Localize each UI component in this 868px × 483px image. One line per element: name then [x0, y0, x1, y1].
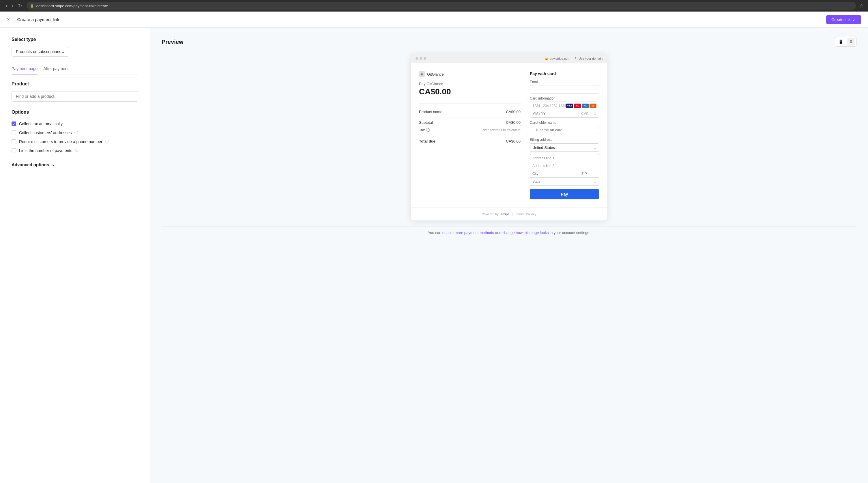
- dot-1: [415, 57, 418, 60]
- reload-button[interactable]: ↻: [17, 2, 23, 10]
- terms-link[interactable]: Terms: [515, 212, 523, 216]
- stripe-label: stripe: [501, 212, 509, 216]
- limit-payments-label: Limit the number of payments: [19, 148, 72, 153]
- country-select-wrapper: United States Canada United Kingdom: [530, 143, 599, 152]
- close-button[interactable]: ×: [7, 17, 10, 23]
- type-dropdown-value: Products or subscriptions: [16, 49, 61, 54]
- right-panel: Preview 📱 🖥 🔒 buy.stripe.com: [150, 28, 868, 483]
- state-wrapper: State California New York Texas: [530, 178, 599, 186]
- pay-amount: CA$0.00: [419, 87, 521, 96]
- advanced-options-toggle[interactable]: Advanced options ⌄: [11, 162, 55, 167]
- cardholder-name-input[interactable]: [530, 126, 599, 134]
- footer-divider: |: [512, 212, 513, 216]
- options-section: Options Collect tax automatically Collec…: [11, 110, 138, 155]
- card-info-box: 1234 1234 1234 1234 VISA MC AX DC: [530, 102, 599, 118]
- city-input[interactable]: [530, 170, 579, 178]
- zip-input[interactable]: [579, 170, 599, 178]
- address-line2-input[interactable]: [530, 162, 599, 170]
- bottom-text-before: You can: [428, 230, 442, 235]
- create-link-button[interactable]: Create link ✓: [826, 15, 861, 24]
- preview-domain-text: ↻ Use your domain: [575, 57, 602, 60]
- option-collect-tax: Collect tax automatically: [11, 120, 138, 128]
- address-line1-input[interactable]: [530, 154, 599, 162]
- preview-body: ▣ GitGlance Pay GitGlance CA$0.00 Produc…: [411, 63, 607, 207]
- change-page-looks-link[interactable]: change how this page looks: [502, 230, 549, 235]
- merchant-header: ▣ GitGlance: [419, 71, 521, 77]
- preview-footer: Powered by stripe | Terms Privacy: [411, 207, 607, 220]
- total-value: CA$0.00: [506, 139, 521, 143]
- country-select[interactable]: United States Canada United Kingdom: [530, 143, 599, 152]
- privacy-link[interactable]: Privacy: [526, 212, 536, 216]
- card-info-label: Card information: [530, 96, 599, 100]
- pay-label: Pay GitGlance: [419, 82, 521, 86]
- lock-icon: 🔒: [30, 4, 34, 8]
- card-icons: VISA MC AX DC: [566, 104, 596, 108]
- tab-after-payment[interactable]: After payment: [43, 63, 68, 74]
- collect-addresses-label: Collect customers' addresses: [19, 130, 71, 135]
- total-row: Total due CA$0.00: [419, 136, 521, 145]
- advanced-options-section: Advanced options ⌄: [11, 162, 138, 167]
- tax-label: Tax ⓘ: [419, 128, 430, 133]
- line-items: Product name CA$0.00 Subtotal CA$0.00 Ta…: [419, 103, 521, 145]
- collect-tax-checkbox[interactable]: [11, 122, 16, 126]
- mobile-preview-toggle[interactable]: 📱: [836, 38, 845, 45]
- left-panel: Select type Products or subscriptions ⌄ …: [0, 28, 150, 483]
- merchant-icon: ▣: [419, 71, 425, 77]
- visa-icon: VISA: [566, 104, 573, 108]
- page-title: Create a payment link: [17, 17, 59, 22]
- cvc-placeholder: CVC: [581, 112, 588, 116]
- bottom-text-between: and: [495, 230, 502, 235]
- preview-toggles: 📱 🖥: [835, 37, 857, 47]
- checkout-right: Pay with card Email Card information 123…: [530, 71, 599, 199]
- checkout-left: ▣ GitGlance Pay GitGlance CA$0.00 Produc…: [419, 71, 521, 199]
- header-divider: [13, 17, 14, 23]
- desktop-preview-toggle[interactable]: 🖥: [847, 38, 855, 45]
- browser-navigation: ‹ › ↻: [5, 2, 23, 10]
- header-left: × Create a payment link: [7, 17, 59, 23]
- footer-links: Terms Privacy: [515, 212, 536, 216]
- email-input[interactable]: [530, 85, 599, 94]
- pay-button[interactable]: Pay: [530, 189, 599, 199]
- powered-by-text: Powered by: [482, 212, 499, 216]
- product-name-value: CA$0.00: [506, 110, 521, 114]
- info-icon-3: ⓘ: [75, 148, 79, 153]
- back-button[interactable]: ‹: [5, 2, 8, 9]
- card-expiry-input[interactable]: [530, 110, 579, 118]
- tab-payment-page[interactable]: Payment page: [11, 63, 37, 74]
- collect-tax-label: Collect tax automatically: [19, 122, 63, 126]
- lock-icon-preview: 🔒: [545, 57, 549, 60]
- require-phone-label: Require customers to provide a phone num…: [19, 139, 102, 144]
- enable-payment-methods-link[interactable]: enable more payment methods: [442, 230, 494, 235]
- state-select[interactable]: State California New York Texas: [530, 178, 599, 186]
- preview-header: Preview 📱 🖥: [162, 37, 857, 47]
- star-icon[interactable]: ☆: [859, 3, 863, 9]
- bottom-bar: You can enable more payment methods and …: [162, 226, 857, 239]
- product-search-input[interactable]: [11, 91, 138, 102]
- limit-payments-checkbox[interactable]: [11, 148, 16, 153]
- main-layout: Select type Products or subscriptions ⌄ …: [0, 28, 868, 483]
- app-header: × Create a payment link Create link ✓: [0, 11, 868, 28]
- tax-note: Enter address to calculate: [480, 128, 521, 132]
- require-phone-checkbox[interactable]: [11, 139, 16, 144]
- pay-with-card-label: Pay with card: [530, 71, 599, 76]
- collect-addresses-checkbox[interactable]: [11, 130, 16, 135]
- merchant-name: GitGlance: [427, 72, 444, 76]
- chevron-down-icon-advanced: ⌄: [51, 162, 55, 167]
- preview-card: 🔒 buy.stripe.com ↻ Use your domain ▣ Git…: [411, 54, 607, 220]
- forward-button[interactable]: ›: [11, 2, 14, 9]
- option-limit-payments: Limit the number of payments ⓘ: [11, 146, 138, 155]
- browser-chrome: ‹ › ↻ 🔒 dashboard.stripe.com/payment-lin…: [0, 0, 868, 11]
- advanced-options-label: Advanced options: [11, 162, 49, 167]
- product-section: Product: [11, 82, 138, 102]
- product-title: Product: [11, 82, 138, 87]
- type-dropdown[interactable]: Products or subscriptions ⌄: [11, 47, 69, 57]
- url-bar[interactable]: 🔒 dashboard.stripe.com/payment-links/cre…: [27, 2, 856, 10]
- billing-label: Billing address: [530, 138, 599, 142]
- preview-url-text: 🔒 buy.stripe.com: [545, 57, 570, 60]
- create-link-label: Create link: [831, 17, 851, 22]
- browser-dots: [415, 57, 426, 60]
- line-item-product: Product name CA$0.00: [419, 108, 521, 116]
- preview-browser-bar: 🔒 buy.stripe.com ↻ Use your domain: [411, 54, 607, 63]
- billing-section: Billing address United States Canada Uni…: [530, 138, 599, 186]
- select-type-title: Select type: [11, 37, 138, 42]
